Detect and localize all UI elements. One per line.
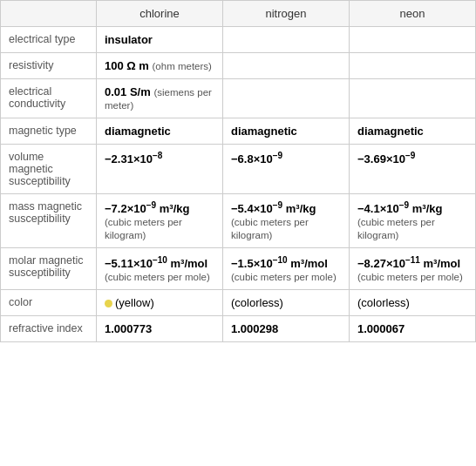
row-label: color — [1, 289, 97, 315]
cell-main-value: diamagnetic — [231, 125, 297, 138]
cell-unit: (cubic meters per mole) — [231, 272, 337, 282]
data-cell-neon: −3.69×10−9 — [350, 145, 476, 194]
data-cell-chlorine: diamagnetic — [97, 118, 223, 145]
cell-unit: (cubic meters per kilogram) — [231, 217, 309, 240]
data-cell-neon: (colorless) — [350, 289, 476, 315]
table-row: mass magnetic susceptibility−7.2×10−9 m³… — [1, 194, 476, 248]
table-row: resistivity100 Ω m (ohm meters) — [1, 53, 476, 79]
data-cell-neon: −8.27×10−11 m³/mol (cubic meters per mol… — [350, 248, 476, 289]
cell-main-value: (colorless) — [231, 296, 283, 309]
data-cell-nitrogen: (colorless) — [223, 289, 350, 315]
data-cell-nitrogen: −6.8×10−9 — [223, 145, 350, 194]
cell-main-value: −4.1×10−9 m³/kg — [357, 202, 442, 215]
row-label: magnetic type — [1, 118, 97, 145]
data-cell-nitrogen — [223, 79, 350, 118]
cell-main-value: (colorless) — [357, 296, 410, 309]
cell-main-value: 1.000067 — [357, 322, 405, 335]
table-row: electrical typeinsulator — [1, 27, 476, 53]
header-neon: neon — [350, 1, 476, 27]
cell-main-value: 1.000298 — [231, 322, 278, 335]
data-cell-nitrogen — [223, 53, 350, 79]
cell-main-value: (yellow) — [115, 296, 154, 309]
cell-main-value: −2.31×10−8 — [105, 152, 162, 165]
cell-main-value: 0.01 S/m — [105, 85, 151, 98]
cell-unit: (cubic meters per kilogram) — [357, 217, 435, 240]
cell-unit: (cubic meters per mole) — [105, 272, 210, 282]
table-row: color(yellow)(colorless)(colorless) — [1, 289, 476, 315]
color-dot — [105, 300, 112, 307]
table-row: magnetic typediamagneticdiamagneticdiama… — [1, 118, 476, 145]
data-cell-neon — [350, 53, 476, 79]
properties-table: chlorine nitrogen neon electrical typein… — [0, 0, 476, 342]
cell-main-value: −8.27×10−11 m³/mol — [357, 257, 460, 270]
cell-main-value: −5.4×10−9 m³/kg — [231, 202, 316, 215]
data-cell-chlorine: (yellow) — [97, 289, 223, 315]
cell-main-value: diamagnetic — [105, 125, 171, 138]
cell-main-value: 100 Ω m — [105, 59, 149, 72]
data-cell-nitrogen: −1.5×10−10 m³/mol (cubic meters per mole… — [223, 248, 350, 289]
data-cell-neon: diamagnetic — [350, 118, 476, 145]
data-cell-chlorine: −7.2×10−9 m³/kg (cubic meters per kilogr… — [97, 194, 223, 248]
row-label: mass magnetic susceptibility — [1, 194, 97, 248]
cell-main-value: −6.8×10−9 — [231, 152, 282, 165]
cell-main-value: −7.2×10−9 m³/kg — [105, 202, 189, 215]
table-row: electrical conductivity0.01 S/m (siemens… — [1, 79, 476, 118]
table-row: molar magnetic susceptibility−5.11×10−10… — [1, 248, 476, 289]
table-row: volume magnetic susceptibility−2.31×10−8… — [1, 145, 476, 194]
row-label: volume magnetic susceptibility — [1, 145, 97, 194]
cell-main-value: −5.11×10−10 m³/mol — [105, 257, 207, 270]
data-cell-neon — [350, 79, 476, 118]
row-label: molar magnetic susceptibility — [1, 248, 97, 289]
data-cell-neon — [350, 27, 476, 53]
data-cell-nitrogen: diamagnetic — [223, 118, 350, 145]
row-label: refractive index — [1, 315, 97, 341]
cell-main-value: insulator — [105, 33, 153, 46]
cell-unit: (cubic meters per mole) — [357, 272, 463, 282]
data-cell-nitrogen: −5.4×10−9 m³/kg (cubic meters per kilogr… — [223, 194, 350, 248]
header-nitrogen: nitrogen — [223, 1, 350, 27]
data-cell-chlorine: insulator — [97, 27, 223, 53]
data-cell-neon: −4.1×10−9 m³/kg (cubic meters per kilogr… — [350, 194, 476, 248]
data-cell-neon: 1.000067 — [350, 315, 476, 341]
data-cell-chlorine: 100 Ω m (ohm meters) — [97, 53, 223, 79]
header-chlorine: chlorine — [97, 1, 223, 27]
data-cell-chlorine: −5.11×10−10 m³/mol (cubic meters per mol… — [97, 248, 223, 289]
row-label: electrical conductivity — [1, 79, 97, 118]
row-label: electrical type — [1, 27, 97, 53]
cell-main-value: 1.000773 — [105, 322, 152, 335]
cell-main-value: −1.5×10−10 m³/mol — [231, 257, 328, 270]
data-cell-chlorine: 1.000773 — [97, 315, 223, 341]
row-label: resistivity — [1, 53, 97, 79]
data-cell-nitrogen — [223, 27, 350, 53]
cell-main-value: diamagnetic — [357, 125, 424, 138]
cell-unit: (cubic meters per kilogram) — [105, 217, 182, 240]
cell-unit: (ohm meters) — [153, 61, 212, 71]
cell-main-value: −3.69×10−9 — [357, 152, 415, 165]
data-cell-nitrogen: 1.000298 — [223, 315, 350, 341]
data-cell-chlorine: −2.31×10−8 — [97, 145, 223, 194]
table-row: refractive index1.0007731.0002981.000067 — [1, 315, 476, 341]
data-cell-chlorine: 0.01 S/m (siemens per meter) — [97, 79, 223, 118]
header-label-col — [1, 1, 97, 27]
